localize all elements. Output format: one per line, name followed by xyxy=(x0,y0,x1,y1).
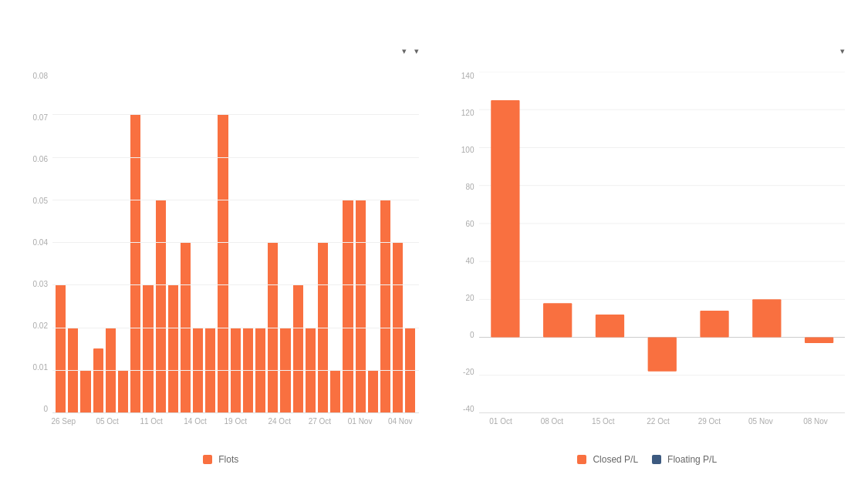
weekly-panel: 140 120 100 80 60 40 20 0 -20 -40 xyxy=(450,46,846,465)
volume-x-labels: 26 Sep 05 Oct 11 Oct 14 Oct 19 Oct 24 Oc… xyxy=(52,417,419,432)
svg-rect-16 xyxy=(804,338,833,343)
closed-pl-legend-label: Closed P/L xyxy=(593,454,638,465)
volume-chart-inner: 0.08 0.07 0.06 0.05 0.04 0.03 0.02 0.01 … xyxy=(23,72,419,413)
floating-pl-legend-dot xyxy=(652,455,661,464)
svg-rect-11 xyxy=(543,303,572,337)
volume-bar xyxy=(393,242,403,412)
volume-bar xyxy=(93,348,103,412)
volume-bar xyxy=(143,284,153,412)
symbol-dropdown[interactable] xyxy=(402,46,407,56)
volume-bar xyxy=(193,328,203,413)
weekly-all-dropdown[interactable] xyxy=(840,46,845,56)
volume-bar xyxy=(181,242,191,412)
volume-header xyxy=(23,46,419,56)
svg-rect-15 xyxy=(752,299,781,337)
volume-bar xyxy=(255,328,265,413)
volume-legend: Flots xyxy=(23,454,419,465)
volume-bar xyxy=(218,114,228,412)
volume-bar xyxy=(343,200,353,412)
svg-rect-10 xyxy=(491,100,519,338)
volume-all-dropdown[interactable] xyxy=(414,46,419,56)
weekly-header xyxy=(450,46,846,56)
volume-bar xyxy=(306,328,316,413)
weekly-x-labels: 01 Oct 08 Oct 15 Oct 22 Oct 29 Oct 05 No… xyxy=(479,417,846,432)
weekly-controls xyxy=(840,46,845,56)
flots-legend-dot xyxy=(203,455,212,464)
volume-bar xyxy=(68,328,78,413)
volume-bar xyxy=(130,114,140,412)
weekly-chart-area: 140 120 100 80 60 40 20 0 -20 -40 xyxy=(450,72,846,432)
weekly-chart-inner: 140 120 100 80 60 40 20 0 -20 -40 xyxy=(450,72,846,413)
volume-bar xyxy=(293,284,303,412)
svg-rect-12 xyxy=(595,315,623,338)
volume-controls xyxy=(402,46,419,56)
volume-bar xyxy=(156,200,166,412)
volume-bar xyxy=(168,284,178,412)
volume-bars xyxy=(52,72,419,412)
svg-rect-13 xyxy=(647,338,676,372)
volume-bar xyxy=(368,370,378,412)
flots-legend-label: Flots xyxy=(218,454,238,465)
svg-rect-14 xyxy=(700,311,728,337)
main-container: 0.08 0.07 0.06 0.05 0.04 0.03 0.02 0.01 … xyxy=(0,0,868,488)
volume-bar xyxy=(356,200,366,412)
volume-bars-area xyxy=(52,72,419,413)
volume-bar xyxy=(318,242,328,412)
volume-bar xyxy=(243,328,253,413)
weekly-bars-area xyxy=(479,72,846,413)
volume-bar xyxy=(231,328,241,413)
volume-bar xyxy=(80,370,90,412)
volume-bar xyxy=(268,242,278,412)
weekly-bars-svg xyxy=(479,72,846,412)
volume-bar xyxy=(56,284,66,412)
volume-bar xyxy=(280,328,290,413)
floating-pl-legend-label: Floating P/L xyxy=(667,454,717,465)
volume-panel: 0.08 0.07 0.06 0.05 0.04 0.03 0.02 0.01 … xyxy=(23,46,419,465)
volume-bar xyxy=(380,200,390,412)
volume-bar xyxy=(106,328,116,413)
volume-chart-area: 0.08 0.07 0.06 0.05 0.04 0.03 0.02 0.01 … xyxy=(23,72,419,432)
closed-pl-legend-dot xyxy=(577,455,586,464)
weekly-y-axis: 140 120 100 80 60 40 20 0 -20 -40 xyxy=(450,72,479,413)
weekly-legend: Closed P/L Floating P/L xyxy=(450,454,846,465)
volume-bar xyxy=(205,328,215,413)
volume-bar xyxy=(330,370,340,412)
volume-y-axis: 0.08 0.07 0.06 0.05 0.04 0.03 0.02 0.01 … xyxy=(23,72,52,413)
volume-bar xyxy=(118,370,128,412)
volume-bar xyxy=(405,328,415,413)
